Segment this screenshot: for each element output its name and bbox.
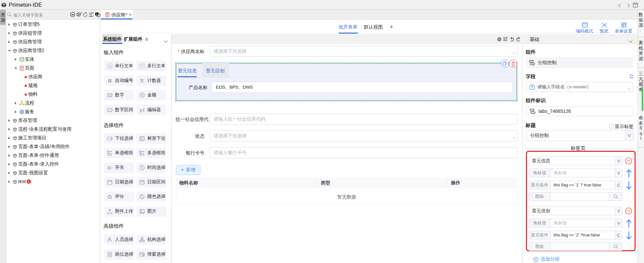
svg-text:</>: </> xyxy=(583,25,587,27)
svg-text:AI: AI xyxy=(71,13,74,16)
svg-text:A: A xyxy=(141,64,143,67)
svg-text:¥: ¥ xyxy=(141,93,143,97)
svg-text:123: 123 xyxy=(108,94,112,96)
svg-text:1~3: 1~3 xyxy=(108,109,112,111)
svg-text:A: A xyxy=(109,64,111,68)
svg-text:A: A xyxy=(140,108,142,112)
